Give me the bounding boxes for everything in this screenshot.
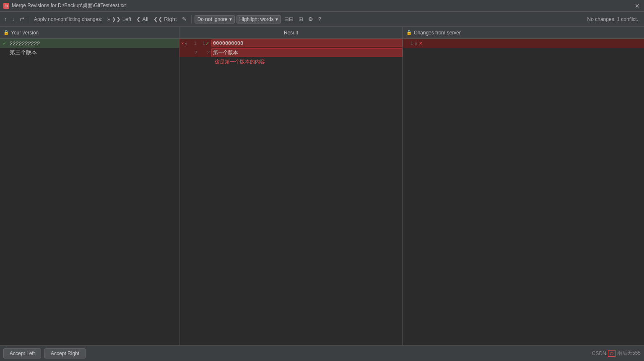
help-button[interactable]: ? <box>317 15 323 23</box>
list-item[interactable]: 第三个版本 <box>0 48 179 57</box>
pencil-button[interactable]: ✎ <box>180 15 188 23</box>
watermark-box: © <box>608 350 615 357</box>
toolbar: ↑ ↓ ⇄ Apply non-conflicting changes: » ❯… <box>0 12 644 27</box>
check-icon: ✓ <box>3 41 8 46</box>
accept-left-button[interactable]: Accept Left <box>3 348 41 358</box>
bottom-bar: Accept Left Accept Right CSDN © 雨后天555 <box>0 345 644 361</box>
gutter-right-2: 2 <box>199 50 211 55</box>
columns-button[interactable]: ⊟⊟ <box>283 15 295 23</box>
title-bar: ⊞ Merge Revisions for D:\Backup\桌面\GitTe… <box>0 0 644 12</box>
reject-left-icon[interactable]: × <box>181 41 184 46</box>
sync-icon: ⇄ <box>20 16 24 22</box>
accept-icon[interactable]: ✓ <box>205 40 210 47</box>
close-button[interactable]: ✕ <box>634 3 641 9</box>
split-button[interactable]: ⊞ <box>297 15 305 23</box>
next-change-button[interactable]: ↓ <box>10 15 17 23</box>
app-icon: ⊞ <box>3 3 9 9</box>
chevron-down-icon: ▾ <box>229 16 232 22</box>
columns-icon: ⊟⊟ <box>284 16 293 22</box>
diff-row-conflict-1: × » 1 1 ✓ 0000000000 <box>179 39 402 48</box>
separator-2 <box>191 15 192 24</box>
help-icon: ? <box>318 16 321 22</box>
prev-change-button[interactable]: ↑ <box>3 15 9 23</box>
separator-1 <box>29 15 29 24</box>
result-text-line: 这是第一个版本的内容 <box>179 57 402 66</box>
split-icon: ⊞ <box>299 16 303 22</box>
diff-content-1: 0000000000 <box>211 39 402 47</box>
right-panel: 1 « ✕ <box>403 39 644 345</box>
reject-right-icon[interactable]: ✕ <box>419 41 423 46</box>
accept-right-chevron-icon[interactable]: « <box>415 41 417 46</box>
diff-content-2: 第一个版本 <box>211 48 402 57</box>
apply-label: Apply non-conflicting changes: <box>32 16 104 22</box>
center-panel: × » 1 1 ✓ 0000000000 2 2 第一个版本 这是第一个版 <box>179 39 403 345</box>
right-column-header: 🔒 Changes from server <box>403 27 644 38</box>
center-column-header: Result <box>179 27 403 38</box>
ignore-dropdown[interactable]: Do not ignore ▾ <box>195 15 235 24</box>
left-panel: ✓ 2222222222 第三个版本 <box>0 39 179 345</box>
apply-right-button[interactable]: ❮❮ Right <box>152 15 179 23</box>
gutter-right-1: 1 ✓ <box>199 40 211 47</box>
gear-icon: ⚙ <box>308 16 313 22</box>
lock-icon-left: 🔒 <box>3 30 9 35</box>
gutter-left-2: 2 <box>179 50 199 55</box>
up-arrow-icon: ↑ <box>4 16 7 22</box>
highlight-words-dropdown[interactable]: Highlight words ▾ <box>236 15 281 24</box>
apply-all-button[interactable]: ❮ All <box>135 15 150 23</box>
down-arrow-icon: ↓ <box>12 16 15 22</box>
watermark: CSDN © 雨后天555 <box>592 350 641 357</box>
diff-row-conflict-2: 2 2 第一个版本 <box>179 48 402 57</box>
settings-button[interactable]: ⚙ <box>306 15 315 23</box>
column-headers: 🔒 Your version Result 🔒 Changes from ser… <box>0 27 644 39</box>
title-bar-text: Merge Revisions for D:\Backup\桌面\GitTest… <box>12 2 634 9</box>
status-text: No changes. 1 conflict. <box>587 16 641 22</box>
accept-left-icon[interactable]: » <box>184 41 187 46</box>
main-content: ✓ 2222222222 第三个版本 × » 1 1 ✓ 0000000000 <box>0 39 644 345</box>
list-item[interactable]: ✓ 2222222222 <box>0 39 179 48</box>
right-gutter-1: 1 « ✕ <box>405 41 426 46</box>
accept-right-button[interactable]: Accept Right <box>44 348 86 358</box>
gutter-left-1: × » 1 <box>179 41 199 46</box>
left-column-header: 🔒 Your version <box>0 27 179 38</box>
lock-icon-right: 🔒 <box>406 30 412 35</box>
double-right-icon: » <box>107 16 110 22</box>
sync-button[interactable]: ⇄ <box>18 15 26 23</box>
right-row-conflict-1: 1 « ✕ <box>403 39 644 48</box>
pencil-icon: ✎ <box>182 16 187 22</box>
apply-left-button[interactable]: » ❯❯ Left <box>106 15 133 23</box>
chevron-down-icon-2: ▾ <box>275 16 278 22</box>
